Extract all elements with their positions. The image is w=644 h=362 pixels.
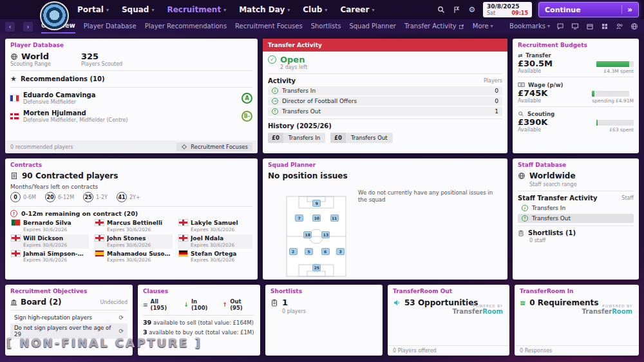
player-shirt[interactable]: 11 bbox=[330, 214, 339, 222]
transfers-out-row[interactable]: ↑ Transfers Out 1 bbox=[268, 107, 502, 116]
shortlist-count-row[interactable]: 1 bbox=[265, 296, 383, 309]
recruitment-focuses-button[interactable]: Recruitment Focuses bbox=[176, 142, 252, 151]
staff-search-range[interactable]: Worldwide bbox=[513, 170, 639, 182]
search-icon[interactable] bbox=[437, 5, 446, 14]
chevron-down-icon: ▾ bbox=[106, 7, 109, 13]
tab-more[interactable]: More▾ bbox=[473, 20, 493, 33]
tab-transfer-activity[interactable]: Transfer Activity bbox=[404, 20, 464, 33]
player-shirt[interactable]: 6 bbox=[321, 248, 330, 255]
transferroom-logo: POWERED BY TransferRoom bbox=[453, 304, 503, 315]
bucket-6-12m[interactable]: 206-12M bbox=[45, 192, 74, 202]
history-transfers-in-button[interactable]: £0 Transfers In bbox=[268, 133, 325, 143]
menu-career-label: Career bbox=[340, 5, 369, 14]
objective-row[interactable]: Do not sign players over the age of 29 ⟳ bbox=[10, 323, 128, 339]
player-shirt[interactable]: 9 bbox=[312, 200, 321, 207]
history-transfers-out-button[interactable]: £0 Transfers Out bbox=[330, 133, 393, 143]
contract-player[interactable]: Jahmai Simpson-PuseyExpires 30/6/2026 bbox=[10, 250, 89, 264]
back-button[interactable]: ‹ bbox=[5, 22, 15, 32]
menu-portal[interactable]: Portal▾ bbox=[77, 5, 109, 14]
clipboard-icon bbox=[518, 230, 524, 236]
package-icon[interactable] bbox=[585, 22, 594, 31]
dof-offers-row[interactable]: → Director of Football Offers 0 bbox=[268, 97, 502, 106]
responses: 0 Responses bbox=[515, 345, 639, 356]
filter-in[interactable]: ↓In (100) bbox=[184, 298, 214, 311]
staff-transfers-in-row[interactable]: ↓ Transfers In bbox=[518, 204, 634, 213]
filter-all[interactable]: ≡All (195) bbox=[143, 298, 176, 311]
gear-icon[interactable]: ⚙ bbox=[468, 5, 477, 14]
bucket-2y-plus[interactable]: 412Y+ bbox=[117, 192, 140, 202]
grid-icon[interactable] bbox=[600, 22, 609, 31]
staff-transfers-out-row[interactable]: ↑ Transfers Out bbox=[518, 214, 634, 223]
filter-out[interactable]: ↑Out (95) bbox=[223, 298, 255, 311]
transfer-budget[interactable]: ⇄Transfer £30.5M Available £4.3M spent bbox=[513, 50, 639, 75]
formation-pitch[interactable]: 9 7 10 11 18 13 2 5 6 3 25 bbox=[286, 196, 346, 277]
globe-icon[interactable] bbox=[630, 22, 639, 31]
tab-recruitment-focuses[interactable]: Recruitment Focuses bbox=[235, 20, 303, 33]
player-shirt[interactable]: 5 bbox=[305, 248, 313, 255]
menu-recruitment-label: Recruitment bbox=[167, 5, 221, 14]
clipboard-icon bbox=[270, 299, 278, 307]
row-count: 0 bbox=[495, 98, 498, 104]
tab-shortlists[interactable]: Shortlists bbox=[311, 20, 341, 33]
continue-button[interactable]: Continue » bbox=[538, 2, 639, 17]
tab-player-database[interactable]: Player Database bbox=[84, 20, 137, 33]
flag-icon[interactable] bbox=[452, 5, 461, 14]
contract-player[interactable]: Bernardo SilvaExpires 30/6/2026 bbox=[10, 219, 89, 233]
scouting-range[interactable]: World Scouting Range bbox=[10, 52, 81, 67]
wage-budget[interactable]: Wage (p/w) £745K Available spending £4.9… bbox=[513, 79, 639, 104]
recommended-player-row[interactable]: Morten Hjulmand Defensive Midfielder, Mi… bbox=[5, 108, 258, 126]
menu-match-day[interactable]: Match Day▾ bbox=[239, 5, 290, 14]
player-shirt[interactable]: 13 bbox=[321, 231, 330, 238]
bookmarks-menu[interactable]: Bookmarks▾ bbox=[509, 20, 550, 33]
users-icon[interactable] bbox=[615, 22, 624, 31]
forward-button[interactable]: › bbox=[23, 22, 33, 32]
tab-player-recommendations[interactable]: Player Recommendations bbox=[145, 20, 227, 33]
staff-shortlists[interactable]: Shortlists (1) bbox=[513, 228, 639, 238]
sell-clause-line: 39 available to sell (total value: £164M… bbox=[138, 318, 260, 327]
player-shirt[interactable]: 7 bbox=[295, 214, 303, 222]
menu-recruitment[interactable]: Recruitment▾ bbox=[167, 5, 226, 14]
recommendations-header[interactable]: ★ Recommendations (10) bbox=[5, 73, 258, 85]
bucket-0-6m[interactable]: 00-6M bbox=[10, 192, 36, 202]
recruitment-budgets-card: Recruitment Budgets ⇄Transfer £30.5M Ava… bbox=[513, 39, 639, 153]
card-title: Staff Database bbox=[513, 158, 639, 170]
recommended-player-row[interactable]: Eduardo Camavinga Defensive Midfielder A bbox=[5, 90, 258, 108]
player-shirt[interactable]: 18 bbox=[303, 231, 312, 238]
contract-player[interactable]: Stefan OrtegaExpires 30/6/2026 bbox=[178, 250, 252, 264]
contract-player[interactable]: Will DicksonExpires 30/6/2026 bbox=[10, 234, 89, 249]
objective-row[interactable]: Sign high-reputation players ⟳ bbox=[10, 313, 128, 322]
recruitment-overview: Player Database World Scouting Range 325… bbox=[0, 33, 644, 361]
contract-player[interactable]: Marcus BettinelliExpires 30/6/2026 bbox=[94, 219, 173, 233]
player-shirt[interactable]: 10 bbox=[312, 214, 321, 222]
game-date[interactable]: 30/8/2025 Sat09:15 bbox=[483, 2, 532, 17]
chat-icon[interactable] bbox=[556, 22, 565, 31]
player-shirt[interactable]: 3 bbox=[336, 248, 345, 255]
tab-squad-planner[interactable]: Squad Planner bbox=[349, 20, 396, 33]
transfer-in-icon: ↓ bbox=[522, 205, 528, 211]
amount: £0 bbox=[268, 133, 283, 143]
external-link-icon bbox=[459, 24, 464, 30]
contract-player[interactable]: Mahamadou SusohoExpires 30/6/2026 bbox=[94, 250, 173, 264]
contract-player[interactable]: John StonesExpires 30/6/2026 bbox=[94, 234, 173, 249]
player-position: Defensive Midfielder bbox=[23, 99, 237, 106]
scouting-budget[interactable]: Scouting £390K Available £63 spent bbox=[513, 109, 639, 133]
contract-player[interactable]: Lakyle SamuelExpires 30/6/2026 bbox=[178, 219, 252, 233]
menu-squad[interactable]: Squad▾ bbox=[122, 5, 154, 14]
player-shirt[interactable]: 2 bbox=[289, 248, 298, 255]
menu-career[interactable]: Career▾ bbox=[340, 5, 374, 14]
divider bbox=[518, 191, 634, 191]
budget-note: £4.3M spent bbox=[596, 68, 634, 74]
transfers-in-row[interactable]: ↓ Transfers In 0 bbox=[268, 86, 502, 95]
menu-club[interactable]: Club▾ bbox=[303, 5, 327, 14]
card-title: Player Database bbox=[5, 39, 258, 50]
player-shirt[interactable]: 25 bbox=[312, 264, 321, 271]
monitor-icon[interactable] bbox=[571, 22, 580, 31]
bucket-1-2y[interactable]: 251-2Y bbox=[83, 192, 108, 202]
club-crest[interactable] bbox=[40, 1, 69, 30]
check-circle-icon: ✓ bbox=[268, 55, 276, 64]
contract-player[interactable]: Joel NdalaExpires 30/6/2026 bbox=[178, 234, 252, 249]
crosshair-icon bbox=[181, 144, 187, 150]
card-title: Transfer Activity bbox=[263, 39, 507, 52]
contracted-players[interactable]: 90 Contracted players bbox=[5, 170, 258, 182]
players-scouted: 325 Players Scouted bbox=[81, 52, 152, 67]
